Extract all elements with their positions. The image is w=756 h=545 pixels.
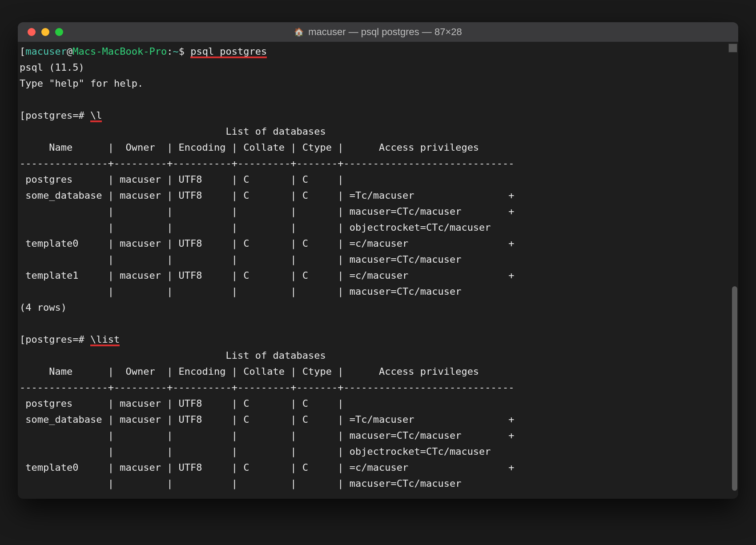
prompt-path: ~ [173,46,178,57]
table-header: Name | Owner | Encoding | Collate | Ctyp… [20,142,515,153]
prompt-host: Macs-MacBook-Pro [72,46,167,57]
table-row: template0 | macuser | UTF8 | C | C | =c/… [20,238,515,249]
table-title: List of databases [20,126,326,137]
table-row: | | | | | macuser=CTc/macuser [20,478,461,489]
table-header: Name | Owner | Encoding | Collate | Ctyp… [20,366,515,377]
table-footer: (4 rows) [20,302,67,313]
command-list-long: \list [90,334,120,345]
table-row: | | | | | objectrocket=CTc/macuser [20,222,491,233]
table-row: some_database | macuser | UTF8 | C | C |… [20,190,515,201]
psql-prompt: postgres=# [25,334,90,345]
table-row: some_database | macuser | UTF8 | C | C |… [20,414,515,425]
window-title: 🏠 macuser — psql postgres — 87×28 [18,26,738,38]
table-row: | | | | | macuser=CTc/macuser + [20,206,515,217]
zoom-icon[interactable] [55,28,63,36]
table-row: postgres | macuser | UTF8 | C | C | [20,174,350,185]
table-row: | | | | | macuser=CTc/macuser [20,286,461,297]
table-row: template0 | macuser | UTF8 | C | C | =c/… [20,462,515,473]
psql-prompt: postgres=# [25,110,90,121]
minimize-icon[interactable] [41,28,49,36]
scrollbar-thumb[interactable] [732,286,737,491]
window-title-text: macuser — psql postgres — 87×28 [308,26,462,38]
scroll-indicator-icon [728,44,737,52]
terminal-window: 🏠 macuser — psql postgres — 87×28 [macus… [18,22,738,499]
table-row: | | | | | macuser=CTc/macuser + [20,430,515,441]
command-psql: psql postgres [190,46,267,57]
close-icon[interactable] [28,28,36,36]
prompt-user: macuser [25,46,67,57]
window-controls [28,28,63,36]
terminal-output: [macuser@Macs-MacBook-Pro:~$ psql postgr… [20,44,736,492]
table-divider: ---------------+---------+----------+---… [20,158,515,169]
psql-banner-version: psql (11.5) [20,62,84,73]
table-row: | | | | | objectrocket=CTc/macuser [20,446,491,457]
table-row: postgres | macuser | UTF8 | C | C | [20,398,350,409]
table-row: | | | | | macuser=CTc/macuser [20,254,461,265]
table-divider: ---------------+---------+----------+---… [20,382,515,393]
table-row: template1 | macuser | UTF8 | C | C | =c/… [20,270,515,281]
command-list-short: \l [90,110,102,121]
window-titlebar[interactable]: 🏠 macuser — psql postgres — 87×28 [18,22,738,42]
home-icon: 🏠 [294,27,304,37]
table-title: List of databases [20,350,326,361]
terminal-body[interactable]: [macuser@Macs-MacBook-Pro:~$ psql postgr… [18,42,738,499]
psql-banner-help: Type "help" for help. [20,78,143,89]
